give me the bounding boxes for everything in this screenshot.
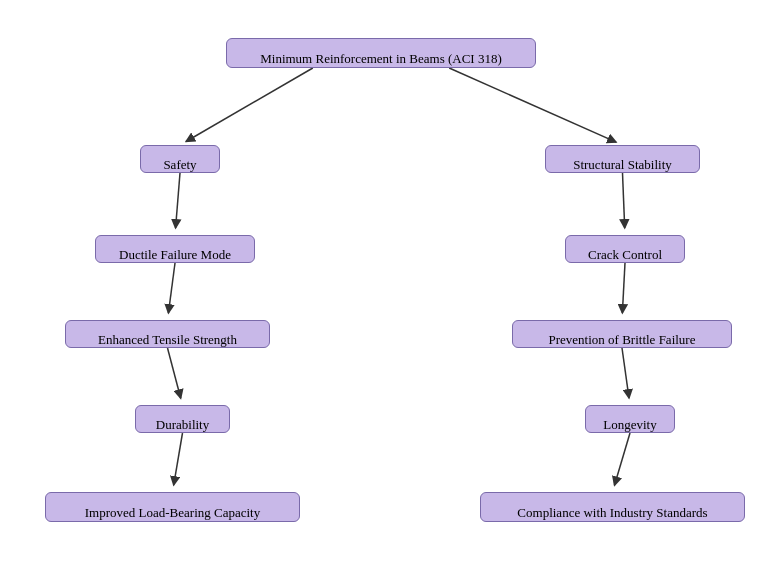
svg-line-1 — [186, 68, 313, 141]
diagram-container: Minimum Reinforcement in Beams (ACI 318)… — [0, 0, 768, 573]
svg-line-9 — [174, 433, 183, 485]
svg-line-10 — [614, 433, 630, 485]
node-safety: Safety — [140, 145, 220, 173]
svg-line-7 — [168, 348, 181, 398]
node-brittle_failure: Prevention of Brittle Failure — [512, 320, 732, 348]
node-crack_control: Crack Control — [565, 235, 685, 263]
connector-lines — [0, 0, 768, 573]
svg-line-2 — [449, 68, 616, 142]
node-root: Minimum Reinforcement in Beams (ACI 318) — [226, 38, 536, 68]
node-ductile_failure: Ductile Failure Mode — [95, 235, 255, 263]
node-enhanced_tensile: Enhanced Tensile Strength — [65, 320, 270, 348]
svg-line-6 — [622, 263, 625, 313]
node-compliance: Compliance with Industry Standards — [480, 492, 745, 522]
svg-line-3 — [176, 173, 180, 228]
node-durability: Durability — [135, 405, 230, 433]
svg-line-4 — [623, 173, 625, 228]
node-load_bearing: Improved Load-Bearing Capacity — [45, 492, 300, 522]
svg-line-5 — [168, 263, 175, 313]
node-longevity: Longevity — [585, 405, 675, 433]
node-structural_stability: Structural Stability — [545, 145, 700, 173]
svg-line-8 — [622, 348, 629, 398]
